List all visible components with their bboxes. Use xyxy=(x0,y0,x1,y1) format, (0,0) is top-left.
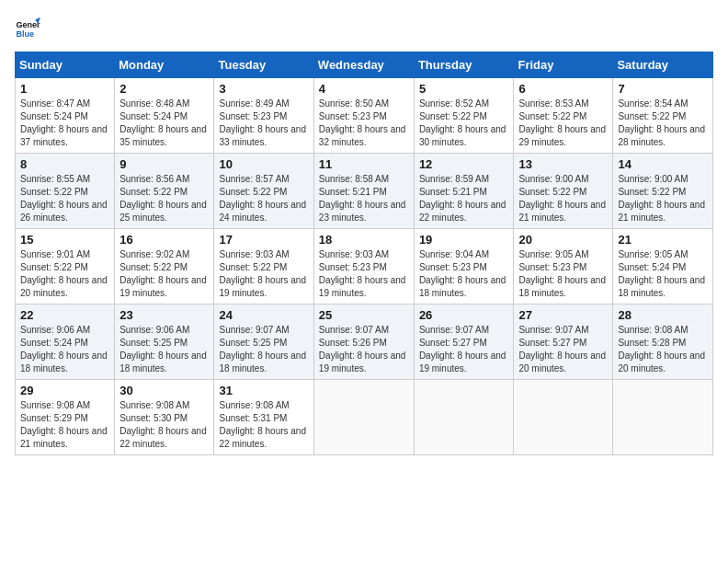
calendar-cell: 1 Sunrise: 8:47 AM Sunset: 5:24 PM Dayli… xyxy=(16,78,115,154)
calendar-cell: 9 Sunrise: 8:56 AM Sunset: 5:22 PM Dayli… xyxy=(115,154,214,229)
calendar-cell: 26 Sunrise: 9:07 AM Sunset: 5:27 PM Dayl… xyxy=(414,304,514,380)
day-info: Sunrise: 9:04 AM Sunset: 5:23 PM Dayligh… xyxy=(419,248,509,300)
day-number: 6 xyxy=(518,82,608,96)
calendar-cell: 28 Sunrise: 9:08 AM Sunset: 5:28 PM Dayl… xyxy=(613,304,713,380)
calendar-cell: 11 Sunrise: 8:58 AM Sunset: 5:21 PM Dayl… xyxy=(313,154,414,229)
day-info: Sunrise: 9:07 AM Sunset: 5:27 PM Dayligh… xyxy=(419,324,509,375)
day-info: Sunrise: 8:55 AM Sunset: 5:22 PM Dayligh… xyxy=(20,173,109,224)
header: General Blue xyxy=(15,15,713,40)
calendar-cell: 4 Sunrise: 8:50 AM Sunset: 5:23 PM Dayli… xyxy=(313,78,414,154)
day-header-tuesday: Tuesday xyxy=(214,52,313,78)
day-number: 25 xyxy=(319,308,409,322)
calendar-cell: 19 Sunrise: 9:04 AM Sunset: 5:23 PM Dayl… xyxy=(414,229,514,304)
calendar-cell: 13 Sunrise: 9:00 AM Sunset: 5:22 PM Dayl… xyxy=(514,154,613,229)
calendar-cell: 8 Sunrise: 8:55 AM Sunset: 5:22 PM Dayli… xyxy=(16,154,115,229)
day-info: Sunrise: 9:00 AM Sunset: 5:22 PM Dayligh… xyxy=(518,173,608,224)
calendar-cell xyxy=(313,380,414,455)
calendar-cell: 17 Sunrise: 9:03 AM Sunset: 5:22 PM Dayl… xyxy=(214,229,313,304)
day-info: Sunrise: 8:52 AM Sunset: 5:22 PM Dayligh… xyxy=(419,98,509,149)
calendar-header-row: SundayMondayTuesdayWednesdayThursdayFrid… xyxy=(16,52,713,78)
calendar-cell: 14 Sunrise: 9:00 AM Sunset: 5:22 PM Dayl… xyxy=(613,154,713,229)
day-info: Sunrise: 9:08 AM Sunset: 5:28 PM Dayligh… xyxy=(618,324,708,375)
day-number: 14 xyxy=(618,157,708,171)
calendar-cell: 16 Sunrise: 9:02 AM Sunset: 5:22 PM Dayl… xyxy=(115,229,214,304)
day-number: 17 xyxy=(219,233,308,247)
day-number: 16 xyxy=(119,233,209,247)
day-number: 12 xyxy=(419,157,509,171)
day-info: Sunrise: 8:53 AM Sunset: 5:22 PM Dayligh… xyxy=(518,98,608,149)
day-info: Sunrise: 8:59 AM Sunset: 5:21 PM Dayligh… xyxy=(419,173,509,224)
day-number: 5 xyxy=(419,82,509,96)
day-info: Sunrise: 9:07 AM Sunset: 5:25 PM Dayligh… xyxy=(219,324,308,375)
calendar-table: SundayMondayTuesdayWednesdayThursdayFrid… xyxy=(15,52,713,455)
day-number: 19 xyxy=(419,233,509,247)
day-number: 8 xyxy=(20,157,109,171)
day-info: Sunrise: 8:49 AM Sunset: 5:23 PM Dayligh… xyxy=(219,98,308,149)
day-info: Sunrise: 8:48 AM Sunset: 5:24 PM Dayligh… xyxy=(119,98,209,149)
calendar-week-row: 15 Sunrise: 9:01 AM Sunset: 5:22 PM Dayl… xyxy=(16,229,713,304)
day-info: Sunrise: 8:58 AM Sunset: 5:21 PM Dayligh… xyxy=(319,173,409,224)
day-header-sunday: Sunday xyxy=(16,52,115,78)
calendar-week-row: 22 Sunrise: 9:06 AM Sunset: 5:24 PM Dayl… xyxy=(16,304,713,380)
calendar-week-row: 8 Sunrise: 8:55 AM Sunset: 5:22 PM Dayli… xyxy=(16,154,713,229)
calendar-cell: 12 Sunrise: 8:59 AM Sunset: 5:21 PM Dayl… xyxy=(414,154,514,229)
day-info: Sunrise: 9:07 AM Sunset: 5:27 PM Dayligh… xyxy=(518,324,608,375)
calendar-cell: 15 Sunrise: 9:01 AM Sunset: 5:22 PM Dayl… xyxy=(16,229,115,304)
day-number: 10 xyxy=(219,157,308,171)
day-number: 27 xyxy=(518,308,608,322)
calendar-cell: 31 Sunrise: 9:08 AM Sunset: 5:31 PM Dayl… xyxy=(214,380,313,455)
day-number: 18 xyxy=(319,233,409,247)
day-number: 24 xyxy=(219,308,308,322)
calendar-cell xyxy=(514,380,613,455)
calendar-week-row: 29 Sunrise: 9:08 AM Sunset: 5:29 PM Dayl… xyxy=(16,380,713,455)
day-info: Sunrise: 8:54 AM Sunset: 5:22 PM Dayligh… xyxy=(618,98,708,149)
day-number: 3 xyxy=(219,82,308,96)
calendar-cell: 3 Sunrise: 8:49 AM Sunset: 5:23 PM Dayli… xyxy=(214,78,313,154)
day-info: Sunrise: 9:01 AM Sunset: 5:22 PM Dayligh… xyxy=(20,248,109,300)
svg-text:Blue: Blue xyxy=(16,29,34,39)
day-header-thursday: Thursday xyxy=(414,52,514,78)
calendar-cell: 18 Sunrise: 9:03 AM Sunset: 5:23 PM Dayl… xyxy=(313,229,414,304)
day-number: 28 xyxy=(618,308,708,322)
day-number: 31 xyxy=(219,384,308,397)
calendar-cell: 2 Sunrise: 8:48 AM Sunset: 5:24 PM Dayli… xyxy=(115,78,214,154)
calendar-cell: 7 Sunrise: 8:54 AM Sunset: 5:22 PM Dayli… xyxy=(613,78,713,154)
day-info: Sunrise: 9:06 AM Sunset: 5:24 PM Dayligh… xyxy=(20,324,109,375)
day-info: Sunrise: 9:03 AM Sunset: 5:22 PM Dayligh… xyxy=(219,248,308,300)
day-info: Sunrise: 9:00 AM Sunset: 5:22 PM Dayligh… xyxy=(618,173,708,224)
calendar-cell: 30 Sunrise: 9:08 AM Sunset: 5:30 PM Dayl… xyxy=(115,380,214,455)
day-info: Sunrise: 9:06 AM Sunset: 5:25 PM Dayligh… xyxy=(119,324,209,375)
day-number: 15 xyxy=(20,233,109,247)
day-number: 26 xyxy=(419,308,509,322)
day-info: Sunrise: 9:07 AM Sunset: 5:26 PM Dayligh… xyxy=(319,324,409,375)
day-number: 30 xyxy=(119,384,209,397)
day-number: 23 xyxy=(119,308,209,322)
day-number: 2 xyxy=(119,82,209,96)
day-number: 7 xyxy=(618,82,708,96)
calendar-cell: 10 Sunrise: 8:57 AM Sunset: 5:22 PM Dayl… xyxy=(214,154,313,229)
calendar-cell: 5 Sunrise: 8:52 AM Sunset: 5:22 PM Dayli… xyxy=(414,78,514,154)
day-info: Sunrise: 9:02 AM Sunset: 5:22 PM Dayligh… xyxy=(119,248,209,300)
day-number: 1 xyxy=(20,82,109,96)
calendar-cell: 29 Sunrise: 9:08 AM Sunset: 5:29 PM Dayl… xyxy=(16,380,115,455)
day-info: Sunrise: 8:50 AM Sunset: 5:23 PM Dayligh… xyxy=(319,98,409,149)
calendar-cell xyxy=(414,380,514,455)
calendar-cell: 27 Sunrise: 9:07 AM Sunset: 5:27 PM Dayl… xyxy=(514,304,613,380)
day-info: Sunrise: 9:05 AM Sunset: 5:23 PM Dayligh… xyxy=(518,248,608,300)
day-info: Sunrise: 9:08 AM Sunset: 5:30 PM Dayligh… xyxy=(119,399,209,451)
logo-icon: General Blue xyxy=(15,15,40,40)
day-info: Sunrise: 8:47 AM Sunset: 5:24 PM Dayligh… xyxy=(20,98,109,149)
day-number: 29 xyxy=(20,384,109,397)
calendar-cell: 20 Sunrise: 9:05 AM Sunset: 5:23 PM Dayl… xyxy=(514,229,613,304)
day-info: Sunrise: 8:57 AM Sunset: 5:22 PM Dayligh… xyxy=(219,173,308,224)
day-info: Sunrise: 9:05 AM Sunset: 5:24 PM Dayligh… xyxy=(618,248,708,300)
calendar-week-row: 1 Sunrise: 8:47 AM Sunset: 5:24 PM Dayli… xyxy=(16,78,713,154)
day-number: 4 xyxy=(319,82,409,96)
day-info: Sunrise: 9:08 AM Sunset: 5:29 PM Dayligh… xyxy=(20,399,109,451)
day-header-wednesday: Wednesday xyxy=(313,52,414,78)
day-number: 9 xyxy=(119,157,209,171)
day-number: 13 xyxy=(518,157,608,171)
day-number: 22 xyxy=(20,308,109,322)
calendar-cell xyxy=(613,380,713,455)
day-header-monday: Monday xyxy=(115,52,214,78)
